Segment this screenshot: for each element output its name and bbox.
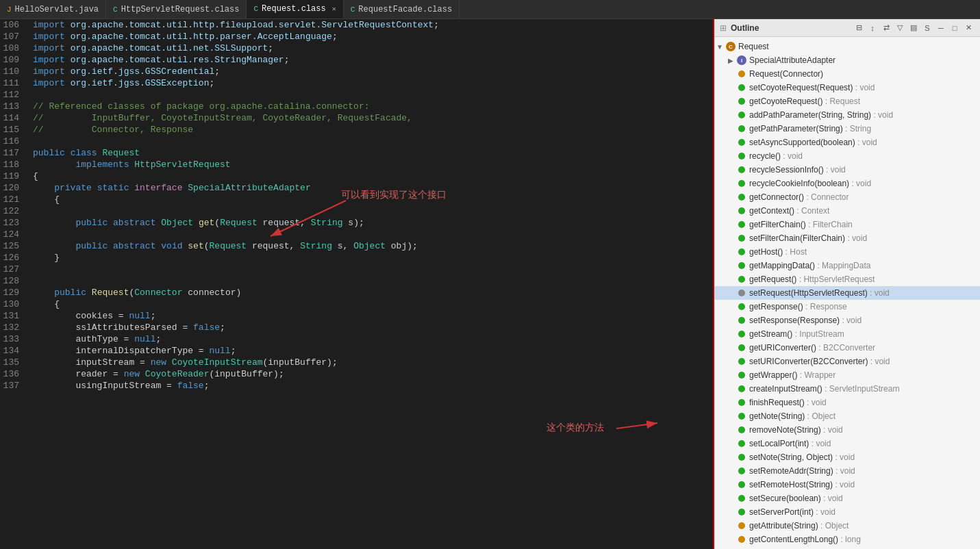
tree-item[interactable]: setResponse(Response) : void xyxy=(714,314,980,327)
table-row: 128 xyxy=(0,275,713,287)
method-green-icon xyxy=(736,342,747,353)
table-row: 120 private static interface SpecialAttr… xyxy=(0,182,713,194)
tree-item[interactable]: getAttribute(String) : Object xyxy=(714,519,980,533)
line-number: 110 xyxy=(0,66,27,77)
close-icon[interactable]: ✕ xyxy=(332,5,336,13)
line-number: 137 xyxy=(0,380,27,392)
table-row: 107import org.apache.tomcat.util.http.pa… xyxy=(0,31,713,42)
outline-panel: ⊞ Outline ⊟ ↕ ⇄ ▽ ▤ S ─ □ ✕ ▼CRequest▶IS… xyxy=(713,19,980,549)
outline-tree[interactable]: ▼CRequest▶ISpecialAttributeAdapterReques… xyxy=(714,37,980,549)
method-green-icon xyxy=(736,123,747,134)
outline-header: ⊞ Outline ⊟ ↕ ⇄ ▽ ▤ S ─ □ ✕ xyxy=(714,19,980,37)
table-row: 118 implements HttpServletRequest xyxy=(0,159,713,170)
method-green-icon xyxy=(736,151,747,162)
line-number: 114 xyxy=(0,112,27,124)
tree-item[interactable]: getRequest() : HttpServletRequest xyxy=(714,272,980,286)
table-row: 112 xyxy=(0,89,713,101)
tree-item[interactable]: setAsyncSupported(boolean) : void xyxy=(714,136,980,149)
tree-item-label: getConnector() : Connector xyxy=(749,192,849,202)
method-orange-icon xyxy=(736,520,747,531)
tree-item-label: recycleCookieInfo(boolean) : void xyxy=(749,179,871,188)
tree-item[interactable]: recycleSessionInfo() : void xyxy=(714,163,980,177)
tree-item[interactable]: setSecure(boolean) : void xyxy=(714,491,980,505)
code-scroll[interactable]: 106import org.apache.tomcat.util.http.fi… xyxy=(0,19,713,549)
sync-button[interactable]: ⇄ xyxy=(880,22,892,34)
tree-item[interactable]: finishRequest() : void xyxy=(714,396,980,409)
table-row: 111import org.ietf.jgss.GSSException; xyxy=(0,77,713,89)
tree-expand-icon[interactable]: ▶ xyxy=(725,57,736,64)
method-green-icon xyxy=(736,96,747,107)
table-row: 136 reader = new CoyoteReader(inputBuffe… xyxy=(0,368,713,380)
java-icon: J xyxy=(7,5,12,14)
tree-item[interactable]: getPathParameter(String) : String xyxy=(714,122,980,136)
tree-expand-icon[interactable]: ▼ xyxy=(714,43,725,51)
line-code: inputStream = new CoyoteInputStream(inpu… xyxy=(27,357,713,368)
tree-item[interactable]: createInputStream() : ServletInputStream xyxy=(714,382,980,396)
line-number: 133 xyxy=(0,333,27,345)
tree-item[interactable]: setRemoteHost(String) : void xyxy=(714,478,980,491)
tree-item[interactable]: ▶ISpecialAttributeAdapter xyxy=(714,53,980,67)
hide-fields-button[interactable]: ▤ xyxy=(907,22,920,34)
tree-item[interactable]: recycle() : void xyxy=(714,149,980,163)
tree-item[interactable]: setNote(String, Object) : void xyxy=(714,450,980,464)
tree-item-label: setResponse(Response) : void xyxy=(749,316,862,325)
line-code: // InputBuffer, CoyoteInputStream, Coyot… xyxy=(27,112,713,124)
filter-button[interactable]: ▽ xyxy=(894,22,906,34)
table-row: 127 xyxy=(0,264,713,275)
sort-button[interactable]: ↕ xyxy=(866,22,879,34)
tree-item[interactable]: getAttributeNames() : Enumeration<String… xyxy=(714,546,980,549)
class-icon-3: C xyxy=(351,5,355,14)
tree-item[interactable]: getResponse() : Response xyxy=(714,300,980,314)
method-green-icon xyxy=(736,329,747,340)
tree-item[interactable]: setURIConverter(B2CConverter) : void xyxy=(714,355,980,368)
line-number: 130 xyxy=(0,298,27,310)
maximize-button[interactable]: □ xyxy=(948,22,961,34)
tree-item[interactable]: setLocalPort(int) : void xyxy=(714,437,980,450)
tree-item[interactable]: setCoyoteRequest(Request) : void xyxy=(714,81,980,94)
tree-item[interactable]: setRequest(HttpServletRequest) : void xyxy=(714,286,980,300)
tree-item[interactable]: getContext() : Context xyxy=(714,204,980,218)
line-number: 109 xyxy=(0,54,27,66)
tab-requestfacade[interactable]: C RequestFacade.class xyxy=(344,0,460,18)
line-number: 134 xyxy=(0,345,27,357)
tree-item[interactable]: getWrapper() : Wrapper xyxy=(714,368,980,382)
tree-item[interactable]: recycleCookieInfo(boolean) : void xyxy=(714,177,980,190)
line-code xyxy=(27,89,713,101)
tree-item[interactable]: getStream() : InputStream xyxy=(714,327,980,341)
tree-item[interactable]: getConnector() : Connector xyxy=(714,190,980,204)
tree-item[interactable]: getCoyoteRequest() : Request xyxy=(714,94,980,108)
line-code: sslAttributesParsed = false; xyxy=(27,322,713,333)
tree-item-label: setAsyncSupported(boolean) : void xyxy=(749,138,877,147)
method-green-icon xyxy=(736,493,747,504)
tree-item-label: getMappingData() : MappingData xyxy=(749,261,870,270)
tree-item[interactable]: addPathParameter(String, String) : void xyxy=(714,108,980,122)
tree-item[interactable]: getFilterChain() : FilterChain xyxy=(714,218,980,231)
tree-item[interactable]: removeNote(String) : void xyxy=(714,423,980,437)
collapse-all-button[interactable]: ⊟ xyxy=(853,22,865,34)
tree-item[interactable]: getNote(String) : Object xyxy=(714,409,980,423)
tree-item[interactable]: setRemoteAddr(String) : void xyxy=(714,464,980,478)
tree-item[interactable]: ▼CRequest xyxy=(714,40,980,53)
tree-item[interactable]: getContentLengthLong() : long xyxy=(714,533,980,546)
tree-item[interactable]: getHost() : Host xyxy=(714,245,980,259)
tree-item-label: SpecialAttributeAdapter xyxy=(749,55,835,65)
close-outline-button[interactable]: ✕ xyxy=(962,22,975,34)
tab-helloservlet[interactable]: J HelloServlet.java xyxy=(0,0,106,18)
tree-item[interactable]: setFilterChain(FilterChain) : void xyxy=(714,231,980,245)
tree-item[interactable]: setServerPort(int) : void xyxy=(714,505,980,519)
tree-item-label: getCoyoteRequest() : Request xyxy=(749,97,860,106)
table-row: 122 xyxy=(0,205,713,217)
tree-item[interactable]: getURIConverter() : B2CConverter xyxy=(714,341,980,355)
tab-request[interactable]: C Request.class ✕ xyxy=(247,0,343,18)
tree-item[interactable]: getMappingData() : MappingData xyxy=(714,259,980,272)
method-green-icon xyxy=(736,452,747,463)
tab-requestfacade-label: RequestFacade.class xyxy=(358,5,452,14)
tree-item[interactable]: Request(Connector) xyxy=(714,67,980,81)
minimize-button[interactable]: ─ xyxy=(935,22,947,34)
hide-static-button[interactable]: S xyxy=(921,22,933,34)
table-row: 129 public Request(Connector connector) xyxy=(0,287,713,298)
tree-item-label: getStream() : InputStream xyxy=(749,329,844,339)
table-row: 108import org.apache.tomcat.util.net.SSL… xyxy=(0,42,713,54)
tab-httpservletrequest[interactable]: C HttpServletRequest.class xyxy=(106,0,247,18)
tree-item-label: getWrapper() : Wrapper xyxy=(749,370,835,380)
